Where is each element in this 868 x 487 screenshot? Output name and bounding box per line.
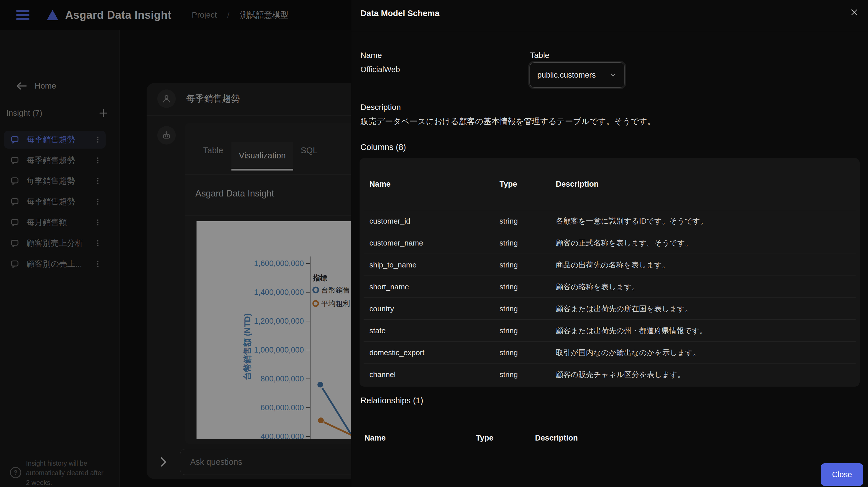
relationships-section-heading: Relationships (1) <box>361 396 423 405</box>
divider <box>351 32 868 32</box>
table-row: customer_name string 顧客の正式名称を表します。そうです。 <box>360 232 860 254</box>
cell-name: country <box>369 298 394 320</box>
cell-type: string <box>499 276 518 298</box>
data-model-schema-drawer: Data Model Schema Name OfficialWeb Table… <box>351 0 868 487</box>
cell-type: string <box>499 254 518 276</box>
table-row: channel string 顧客の販売チャネル区分を表します。 <box>360 363 860 385</box>
table-row: country string 顧客または出荷先の所在国を表します。 <box>360 298 860 320</box>
name-field-value: OfficialWeb <box>361 65 400 74</box>
cell-description: 顧客の正式名称を表します。そうです。 <box>556 232 692 254</box>
table-row: state string 顧客または出荷先の州・都道府県情報です。 <box>360 320 860 342</box>
cell-type: string <box>499 320 518 342</box>
cell-description: 各顧客を一意に識別するIDです。そうです。 <box>556 210 708 232</box>
drawer-title: Data Model Schema <box>361 9 439 18</box>
app-root: Asgard Data Insight Project / 測試語意模型 Hom… <box>0 0 868 487</box>
cell-name: state <box>369 320 385 342</box>
table-select[interactable]: public.customers <box>529 62 625 88</box>
columns-table: Name Type Description customer_id string… <box>360 158 860 387</box>
column-header-type: Type <box>499 158 517 210</box>
columns-section-heading: Columns (8) <box>361 142 406 152</box>
table-row: ship_to_name string 商品の出荷先の名称を表します。 <box>360 254 860 276</box>
cell-type: string <box>499 342 518 363</box>
description-field-label: Description <box>361 103 401 112</box>
relationship-header-description: Description <box>535 427 578 449</box>
cell-type: string <box>499 298 518 320</box>
cell-description: 顧客または出荷先の所在国を表します。 <box>556 298 692 320</box>
cell-name: domestic_export <box>369 342 425 363</box>
cell-name: ship_to_name <box>369 254 416 276</box>
table-row: short_name string 顧客の略称を表します。 <box>360 276 860 298</box>
table-row: domestic_export string 取引が国内なのか輸出なのかを示しま… <box>360 342 860 363</box>
cell-description: 顧客の略称を表します。 <box>556 276 639 298</box>
cell-description: 顧客または出荷先の州・都道府県情報です。 <box>556 320 707 342</box>
cell-name: customer_id <box>369 210 410 232</box>
close-button[interactable]: Close <box>821 463 863 486</box>
description-field-value: 販売データベースにおける顧客の基本情報を管理するテーブルです。そうです。 <box>361 116 655 127</box>
table-select-value: public.customers <box>537 71 596 79</box>
name-field-label: Name <box>361 51 382 60</box>
relationship-header-name: Name <box>365 427 386 449</box>
cell-description: 顧客の販売チャネル区分を表します。 <box>556 363 685 385</box>
cell-name: channel <box>369 363 396 385</box>
chevron-down-icon <box>610 71 617 79</box>
table-row: customer_id string 各顧客を一意に識別するIDです。そうです。 <box>360 210 860 232</box>
cell-name: short_name <box>369 276 409 298</box>
close-icon[interactable] <box>849 7 859 17</box>
table-field-label: Table <box>530 51 550 60</box>
relationship-header-type: Type <box>476 427 493 449</box>
columns-table-header: Name Type Description <box>360 158 860 210</box>
column-header-name: Name <box>369 158 391 210</box>
cell-name: customer_name <box>369 232 423 254</box>
cell-description: 取引が国内なのか輸出なのかを示します。 <box>556 342 700 363</box>
cell-description: 商品の出荷先の名称を表します。 <box>556 254 670 276</box>
cell-type: string <box>499 210 518 232</box>
cell-type: string <box>499 232 518 254</box>
column-header-description: Description <box>556 158 599 210</box>
cell-type: string <box>499 363 518 385</box>
